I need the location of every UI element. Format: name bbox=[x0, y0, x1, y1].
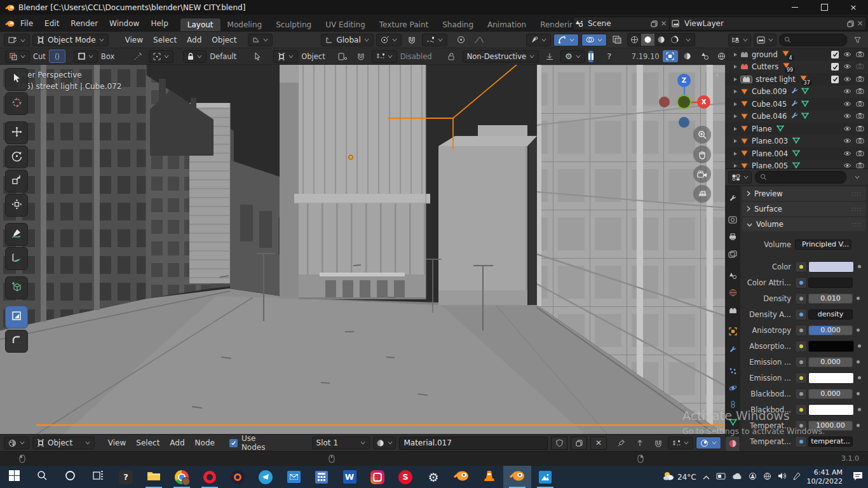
expand-caret-icon[interactable] bbox=[733, 77, 738, 82]
properties-tab-physics[interactable] bbox=[726, 381, 740, 396]
value-slider[interactable]: 0.010 bbox=[808, 294, 853, 304]
taskbar-app-word[interactable]: W bbox=[336, 466, 363, 488]
expand-caret-icon[interactable] bbox=[733, 139, 738, 144]
options-gear-dropdown[interactable]: ⚙ bbox=[560, 50, 585, 63]
taskbar-app-task-view[interactable] bbox=[84, 466, 112, 488]
menu-window[interactable]: Window bbox=[104, 19, 145, 28]
onedrive-cloud-icon[interactable] bbox=[732, 473, 742, 482]
taskbar-app-calculator[interactable] bbox=[308, 466, 336, 488]
taskbar-clock[interactable]: 6:41 AM 10/2/2022 bbox=[807, 468, 843, 486]
visibility-dropdown[interactable] bbox=[526, 34, 551, 46]
properties-tab-scene[interactable] bbox=[726, 269, 740, 284]
blender-app-menu-icon[interactable] bbox=[5, 18, 15, 28]
scene-selector[interactable]: Scene ✕ bbox=[573, 17, 670, 30]
delete-scene-icon[interactable]: ✕ bbox=[659, 19, 668, 29]
parent-arrow-icon[interactable] bbox=[632, 437, 648, 449]
pin-icon[interactable] bbox=[614, 437, 629, 449]
active-tool-dropdown[interactable] bbox=[5, 50, 30, 63]
gizmo-x-axis[interactable]: X bbox=[697, 95, 710, 109]
expand-caret-icon[interactable] bbox=[733, 102, 738, 107]
render-visibility-icon[interactable] bbox=[856, 50, 864, 59]
clip-region-icon[interactable] bbox=[663, 50, 678, 62]
workspace-tab-layout[interactable]: Layout bbox=[180, 18, 220, 31]
new-scene-icon[interactable] bbox=[649, 19, 659, 29]
properties-tab-constraints[interactable] bbox=[726, 398, 740, 413]
shader-menu-select[interactable]: Select bbox=[131, 438, 165, 447]
snap-grid-dropdown[interactable] bbox=[372, 50, 397, 63]
maximize-button[interactable] bbox=[810, 0, 839, 15]
tray-chevron-up-icon[interactable] bbox=[703, 473, 710, 482]
half-sphere-icon[interactable] bbox=[680, 50, 695, 62]
viewport-menu-object[interactable]: Object bbox=[207, 36, 241, 44]
viewport-menu-view[interactable]: View bbox=[120, 36, 148, 44]
tool-box-tool[interactable] bbox=[5, 306, 28, 329]
eye-visibility-icon[interactable] bbox=[843, 100, 851, 109]
outliner-row[interactable]: Cutters99 bbox=[725, 61, 868, 74]
origin-dropdown[interactable] bbox=[149, 50, 173, 63]
render-visibility-icon[interactable] bbox=[856, 125, 864, 133]
tool-cursor-3d[interactable] bbox=[5, 92, 28, 115]
value-slider[interactable]: 0.000 bbox=[808, 325, 853, 336]
menu-file[interactable]: File bbox=[15, 19, 39, 28]
tool-move[interactable] bbox=[5, 121, 28, 144]
pen-icon[interactable] bbox=[793, 472, 801, 482]
close-button[interactable]: × bbox=[839, 0, 868, 15]
pivot-point-dropdown[interactable] bbox=[376, 34, 402, 46]
tool-tweak-select[interactable] bbox=[5, 68, 28, 91]
decorator-button[interactable] bbox=[795, 261, 807, 273]
eye-visibility-icon[interactable] bbox=[843, 62, 851, 71]
decorator-button[interactable] bbox=[795, 309, 807, 320]
node-snap-grid-dropdown[interactable] bbox=[668, 437, 693, 449]
orthographic-toggle-button[interactable] bbox=[693, 185, 711, 203]
render-visibility-icon[interactable] bbox=[856, 87, 864, 96]
select-mode-dropdown[interactable] bbox=[74, 50, 98, 63]
eye-visibility-icon[interactable] bbox=[843, 137, 851, 146]
snap-magnet-icon[interactable] bbox=[650, 437, 665, 449]
menu-render[interactable]: Render bbox=[65, 19, 104, 28]
color-swatch[interactable] bbox=[808, 261, 854, 273]
shader-editor-type-dropdown[interactable] bbox=[4, 437, 29, 449]
tool-transform[interactable] bbox=[5, 194, 28, 217]
outliner-row[interactable]: Plane.005 bbox=[725, 160, 868, 169]
snap-settings-dropdown[interactable] bbox=[422, 34, 447, 46]
eye-visibility-icon[interactable] bbox=[843, 75, 851, 84]
taskbar-app-start[interactable] bbox=[0, 466, 28, 488]
taskbar-app-instagram[interactable] bbox=[363, 466, 391, 488]
magnet-icon[interactable] bbox=[353, 50, 369, 62]
panel-header-volume[interactable]: Volume:::: bbox=[742, 217, 866, 231]
taskbar-app-file-explorer[interactable] bbox=[140, 466, 168, 488]
text-field[interactable] bbox=[808, 278, 853, 288]
taskbar-app-settings[interactable]: ⚙ bbox=[419, 466, 447, 488]
outliner-display-mode-dropdown[interactable] bbox=[728, 34, 751, 46]
shader-menu-node[interactable]: Node bbox=[190, 438, 220, 447]
outliner-row[interactable]: Plane.003 bbox=[725, 135, 868, 148]
xray-toggle[interactable] bbox=[609, 34, 625, 46]
outliner-row[interactable]: Cube.009 bbox=[725, 86, 868, 98]
filter-funnel-icon[interactable] bbox=[850, 34, 865, 46]
render-visibility-icon[interactable] bbox=[856, 137, 864, 146]
properties-editor-type-dropdown[interactable] bbox=[728, 171, 752, 184]
eye-visibility-icon[interactable] bbox=[843, 125, 851, 133]
properties-tab-data[interactable] bbox=[726, 415, 740, 430]
properties-tab-material[interactable] bbox=[726, 437, 740, 452]
tool-corner-tool[interactable] bbox=[5, 330, 28, 353]
shader-menu-add[interactable]: Add bbox=[165, 438, 189, 447]
workspace-tab-sculpting[interactable]: Sculpting bbox=[269, 18, 318, 31]
fluid-icon[interactable] bbox=[697, 50, 712, 62]
properties-tab-particles[interactable] bbox=[726, 363, 740, 379]
object-context-dropdown[interactable] bbox=[248, 34, 273, 46]
material-name-field[interactable]: Material.017 bbox=[399, 437, 548, 450]
properties-search-input[interactable] bbox=[755, 171, 846, 184]
navigation-gizmo[interactable]: Z X bbox=[658, 70, 711, 131]
camera-view-button[interactable] bbox=[693, 165, 711, 183]
menu-help[interactable]: Help bbox=[145, 19, 173, 28]
expand-caret-icon[interactable] bbox=[733, 89, 738, 94]
shader-menu-view[interactable]: View bbox=[103, 438, 131, 447]
decorator-button[interactable] bbox=[795, 356, 807, 368]
color-swatch[interactable] bbox=[808, 341, 854, 352]
keyframe-dot[interactable] bbox=[857, 392, 860, 395]
mode-select-dropdown[interactable]: Non-Destructive bbox=[463, 50, 539, 63]
gizmo-center[interactable] bbox=[677, 95, 691, 109]
taskbar-app-chrome[interactable] bbox=[168, 466, 196, 488]
node-overlay-toggle[interactable] bbox=[696, 437, 721, 449]
